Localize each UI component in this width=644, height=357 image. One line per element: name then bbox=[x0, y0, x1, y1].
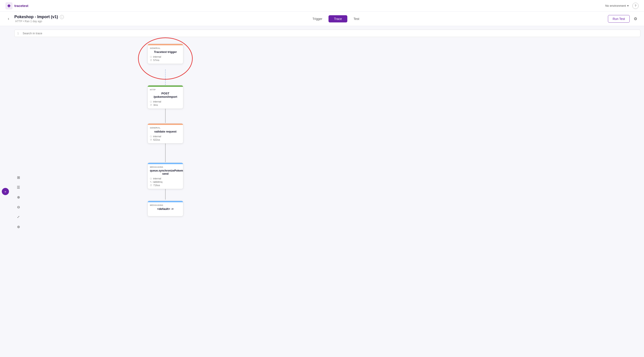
graph-inner: GENERAL Tracetest trigger ⬡ internal ⏱ 5… bbox=[11, 37, 644, 239]
node-body: MESSAGING queue.synchronizePokemon send … bbox=[148, 164, 183, 189]
node-duration: 716us bbox=[153, 184, 160, 187]
chevron-down-icon: ▾ bbox=[627, 4, 629, 8]
main-layout: » 1 bbox=[0, 26, 644, 357]
node-duration: 3ms bbox=[153, 104, 158, 106]
canvas-tools: ⊞ ☰ ⊕ ⊖ ⤢ ⊛ bbox=[15, 174, 22, 230]
service-icon: ⬡ bbox=[150, 56, 152, 58]
node-body: HTTP POST /pokemon/import ⬡ internal ⏱ 3… bbox=[148, 87, 183, 109]
trace-node-messaging2[interactable]: MESSAGING <default> -> bbox=[148, 201, 183, 216]
tab-bar: Trigger Trace Test bbox=[307, 15, 365, 23]
tab-trace[interactable]: Trace bbox=[328, 15, 347, 23]
service-icon: ⬡ bbox=[150, 135, 152, 138]
logo-icon bbox=[6, 2, 12, 10]
clock-icon: ⏱ bbox=[150, 184, 152, 187]
settings-button[interactable]: ⚙ bbox=[632, 16, 638, 22]
node-meta-row: ⬡ internal bbox=[150, 100, 181, 103]
node-meta-row: ⬡ internal bbox=[150, 135, 181, 138]
clock-icon: ⏱ bbox=[150, 59, 152, 62]
node-meta: ⬡ internal ⏱ 57ms bbox=[150, 55, 181, 62]
node-kind: MESSAGING bbox=[150, 204, 181, 206]
header-right: Run Test ⚙ bbox=[608, 15, 638, 23]
info-icon: i bbox=[62, 16, 62, 19]
node-body: MESSAGING <default> -> bbox=[148, 202, 183, 215]
run-test-button[interactable]: Run Test bbox=[608, 15, 630, 23]
service-icon: ⬡ bbox=[150, 101, 152, 103]
service-icon: ⬡ bbox=[150, 177, 152, 180]
node-title: Tracetest trigger bbox=[150, 50, 181, 54]
node-meta-row: ⬡ internal bbox=[150, 55, 181, 58]
node-meta: ⬡ internal ⏱ 3ms bbox=[150, 100, 181, 106]
tab-test[interactable]: Test bbox=[348, 15, 365, 23]
canvas-area[interactable]: 1 bbox=[11, 26, 644, 357]
node-duration: 622us bbox=[153, 138, 160, 141]
test-meta: HTTP • Ran 1 day ago bbox=[15, 20, 64, 23]
expand-icon: » bbox=[4, 190, 6, 193]
back-button[interactable]: ‹ bbox=[6, 16, 12, 22]
node-meta: ⬡ internal ✎ rabbitmq ⏱ 716us bbox=[150, 177, 181, 187]
tab-trigger[interactable]: Trigger bbox=[307, 15, 328, 23]
connector-lines bbox=[11, 37, 644, 239]
zoom-out-icon[interactable]: ⊖ bbox=[15, 204, 22, 210]
node-service: internal bbox=[153, 177, 161, 180]
trace-node-http[interactable]: HTTP POST /pokemon/import ⬡ internal ⏱ 3… bbox=[148, 85, 183, 109]
help-button[interactable]: ? bbox=[632, 3, 638, 9]
test-title: Pokeshop - Import (v1) bbox=[14, 15, 58, 19]
logo-area: tracetest bbox=[6, 2, 28, 10]
search-line-number: 1 bbox=[17, 32, 21, 35]
header-left: ‹ Pokeshop - Import (v1) i HTTP • Ran 1 … bbox=[6, 15, 64, 23]
node-meta-row-lib: ✎ rabbitmq bbox=[150, 181, 181, 183]
link-icon: ✎ bbox=[150, 181, 152, 183]
node-kind: GENERAL bbox=[150, 47, 181, 49]
env-selector[interactable]: No environment ▾ bbox=[605, 4, 629, 8]
node-kind: HTTP bbox=[150, 89, 181, 91]
logo-text: tracetest bbox=[14, 4, 28, 8]
node-duration: 57ms bbox=[153, 59, 159, 62]
node-kind: MESSAGING bbox=[150, 166, 181, 168]
node-meta: ⬡ internal ⏱ 622us bbox=[150, 135, 181, 141]
search-bar: 1 bbox=[14, 30, 640, 37]
node-title: POST /pokemon/import bbox=[150, 92, 181, 99]
sidebar-toggle-button[interactable]: » bbox=[2, 188, 9, 195]
trace-node-messaging1[interactable]: MESSAGING queue.synchronizePokemon send … bbox=[148, 163, 183, 189]
clock-icon: ⏱ bbox=[150, 139, 152, 141]
node-title: <default> -> bbox=[150, 207, 181, 211]
node-kind: GENERAL bbox=[150, 127, 181, 129]
node-meta-row-duration: ⏱ 622us bbox=[150, 138, 181, 141]
svg-point-1 bbox=[8, 5, 10, 7]
gear-icon: ⚙ bbox=[634, 16, 637, 21]
node-body: GENERAL validate request ⬡ internal ⏱ 62… bbox=[148, 125, 183, 143]
top-nav: tracetest No environment ▾ ? bbox=[0, 0, 644, 12]
help-icon: ? bbox=[634, 4, 636, 8]
nav-right: No environment ▾ ? bbox=[605, 3, 638, 9]
node-meta-row-duration: ⏱ 57ms bbox=[150, 59, 181, 62]
env-label: No environment bbox=[605, 4, 626, 8]
node-meta-row-duration: ⏱ 3ms bbox=[150, 104, 181, 106]
node-title: validate request bbox=[150, 130, 181, 133]
header-bar: ‹ Pokeshop - Import (v1) i HTTP • Ran 1 … bbox=[0, 12, 644, 26]
trace-node-trigger[interactable]: GENERAL Tracetest trigger ⬡ internal ⏱ 5… bbox=[148, 44, 183, 64]
fit-icon[interactable]: ⤢ bbox=[15, 214, 22, 220]
node-meta-row-duration: ⏱ 716us bbox=[150, 184, 181, 187]
node-lib: rabbitmq bbox=[153, 181, 162, 183]
graph-canvas[interactable]: GENERAL Tracetest trigger ⬡ internal ⏱ 5… bbox=[11, 37, 644, 354]
zoom-in-icon[interactable]: ⊕ bbox=[15, 194, 22, 200]
back-icon: ‹ bbox=[8, 16, 9, 21]
hierarchy-icon[interactable]: ⊛ bbox=[15, 224, 22, 230]
list-icon[interactable]: ☰ bbox=[15, 184, 22, 190]
clock-icon: ⏱ bbox=[150, 104, 152, 106]
node-service: internal bbox=[153, 100, 161, 103]
node-meta-row: ⬡ internal bbox=[150, 177, 181, 180]
node-body: GENERAL Tracetest trigger ⬡ internal ⏱ 5… bbox=[148, 45, 183, 64]
trace-node-validate[interactable]: GENERAL validate request ⬡ internal ⏱ 62… bbox=[148, 123, 183, 144]
node-title: queue.synchronizePokemon send bbox=[150, 169, 181, 175]
node-service: internal bbox=[153, 135, 161, 138]
search-input[interactable] bbox=[23, 32, 638, 35]
node-service: internal bbox=[153, 55, 161, 58]
layout-icon[interactable]: ⊞ bbox=[15, 174, 22, 181]
info-button[interactable]: i bbox=[60, 15, 64, 19]
